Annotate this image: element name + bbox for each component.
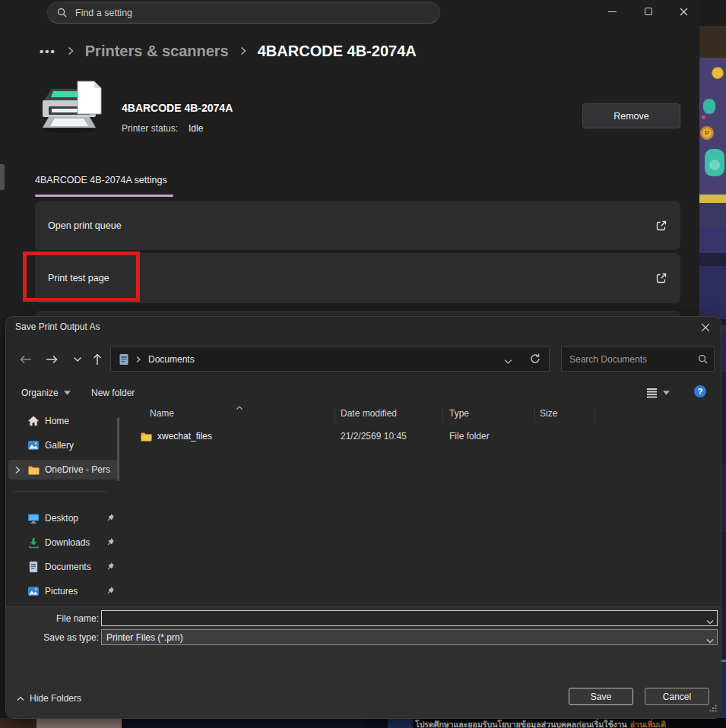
wallpaper-dot — [702, 116, 705, 119]
cancel-button[interactable]: Cancel — [645, 688, 709, 705]
column-divider[interactable] — [442, 407, 443, 423]
arrow-right-icon — [45, 353, 59, 366]
documents-icon — [119, 353, 129, 366]
sidebar-separator — [14, 491, 106, 492]
save-button[interactable]: Save — [569, 688, 633, 705]
chevron-down-icon[interactable] — [706, 633, 714, 647]
pin-icon — [106, 513, 115, 524]
new-folder-button[interactable]: New folder — [91, 384, 135, 402]
settings-search[interactable] — [47, 2, 440, 24]
wallpaper-character — [703, 99, 715, 114]
organize-button[interactable]: Organize — [21, 384, 71, 402]
annotation-highlight — [23, 252, 140, 302]
desktop-icon — [27, 513, 40, 524]
maximize-button[interactable] — [636, 0, 661, 23]
chevron-down-icon[interactable] — [706, 614, 714, 628]
close-button[interactable] — [671, 0, 696, 23]
sort-ascending-icon — [236, 402, 243, 413]
sidebar-item-onedrive[interactable]: OneDrive - Pers — [8, 460, 118, 480]
minimize-button[interactable] — [599, 0, 625, 23]
search-icon — [698, 354, 708, 364]
arrow-left-icon — [19, 353, 33, 366]
column-divider[interactable] — [594, 407, 595, 423]
list-header: Name Date modified Type Size — [122, 404, 719, 424]
back-button[interactable] — [16, 350, 36, 369]
column-divider[interactable] — [534, 407, 535, 423]
file-row-xwechat-files[interactable]: xwechat_files 21/2/2569 10:45 File folde… — [122, 427, 719, 447]
column-header-date-modified[interactable]: Date modified — [341, 408, 397, 419]
dialog-search-input[interactable] — [568, 353, 698, 366]
column-header-type[interactable]: Type — [449, 408, 469, 419]
maximize-icon — [645, 8, 652, 15]
address-dropdown-button[interactable] — [504, 354, 512, 368]
help-button[interactable]: ? — [694, 385, 706, 397]
sidebar-item-label: Home — [45, 416, 118, 426]
dialog-bottom-panel: File name: Save as type: Printer Files (… — [6, 606, 721, 718]
sidebar-item-downloads[interactable]: Downloads — [8, 533, 118, 552]
hide-folders-label: Hide Folders — [30, 693, 81, 704]
folder-icon — [140, 431, 153, 445]
tab-printer-settings[interactable]: 4BARCODE 4B-2074A settings — [35, 175, 167, 185]
file-name-input[interactable] — [101, 610, 718, 626]
file-name-cell: xwechat_files — [157, 431, 212, 442]
home-icon — [27, 415, 40, 427]
sidebar-scrollbar[interactable] — [117, 417, 119, 481]
wallpaper-character — [705, 149, 724, 176]
column-header-name[interactable]: Name — [150, 408, 174, 419]
sidebar-item-pictures[interactable]: Pictures — [8, 581, 118, 601]
open-print-queue-row[interactable]: Open print queue — [35, 201, 680, 250]
forward-button[interactable] — [42, 350, 62, 369]
address-crumb-documents[interactable]: Documents — [148, 354, 195, 365]
up-button[interactable] — [87, 350, 107, 369]
breadcrumb-printers-scanners[interactable]: Printers & scanners — [85, 43, 229, 60]
minimize-icon — [608, 11, 617, 12]
printer-status-label: Printer status: — [122, 123, 178, 134]
printer-icon — [38, 78, 106, 137]
breadcrumb: ••• Printers & scanners 4BARCODE 4B-2074… — [40, 38, 417, 64]
chevron-down-icon — [73, 356, 82, 362]
address-bar[interactable]: Documents — [110, 347, 550, 372]
printer-status-value: Idle — [189, 123, 203, 134]
view-mode-button[interactable] — [646, 384, 670, 402]
resize-grip[interactable] — [709, 701, 717, 715]
screen: ••• Printers & scanners 4BARCODE 4B-2074… — [0, 0, 726, 728]
dialog-search-box[interactable] — [561, 347, 715, 372]
file-type-cell: File folder — [449, 431, 490, 442]
dialog-title: Save Print Output As — [15, 321, 100, 332]
arrow-up-icon — [91, 353, 103, 366]
save-as-type-label: Save as type: — [6, 632, 99, 643]
sidebar-item-desktop[interactable]: Desktop — [8, 508, 118, 528]
details-view-icon — [646, 388, 658, 399]
save-as-type-select[interactable]: Printer Files (*.prn) — [101, 629, 718, 645]
expand-chevron-icon[interactable] — [8, 466, 27, 474]
sidebar-item-label: Documents — [45, 562, 106, 572]
close-icon — [701, 323, 710, 332]
recent-locations-button[interactable] — [68, 350, 87, 369]
save-print-output-dialog: Save Print Output As Documents O — [6, 317, 721, 718]
dialog-close-button[interactable] — [695, 319, 716, 336]
refresh-button[interactable] — [529, 353, 541, 368]
column-divider[interactable] — [334, 407, 335, 423]
breadcrumb-overflow-button[interactable]: ••• — [40, 45, 56, 58]
privacy-notice-text: โปรดศึกษาและยอมรับนโยบายข้อมูลส่วนบุคคลก… — [415, 720, 627, 728]
organize-label: Organize — [21, 388, 59, 398]
sidebar-item-home[interactable]: Home — [8, 411, 118, 431]
wallpaper-smiley — [712, 67, 724, 79]
pin-icon — [106, 537, 115, 549]
documents-icon — [27, 561, 40, 573]
external-link-icon — [655, 220, 667, 232]
settings-search-input[interactable] — [74, 7, 430, 19]
open-print-queue-label: Open print queue — [48, 220, 655, 231]
remove-button[interactable]: Remove — [582, 103, 680, 128]
privacy-notice-link[interactable]: อ่านเพิ่มเติ — [630, 720, 666, 728]
new-folder-label: New folder — [91, 388, 135, 398]
sidebar-item-gallery[interactable]: Gallery — [8, 435, 118, 455]
sidebar-item-documents[interactable]: Documents — [8, 557, 118, 577]
hide-folders-button[interactable]: Hide Folders — [17, 691, 81, 706]
file-name-label: File name: — [6, 613, 99, 624]
column-header-size[interactable]: Size — [540, 408, 557, 419]
pin-icon — [106, 586, 115, 597]
search-icon — [57, 8, 67, 17]
sidebar-item-label: Desktop — [45, 513, 106, 524]
settings-scrollbar[interactable] — [0, 164, 5, 190]
